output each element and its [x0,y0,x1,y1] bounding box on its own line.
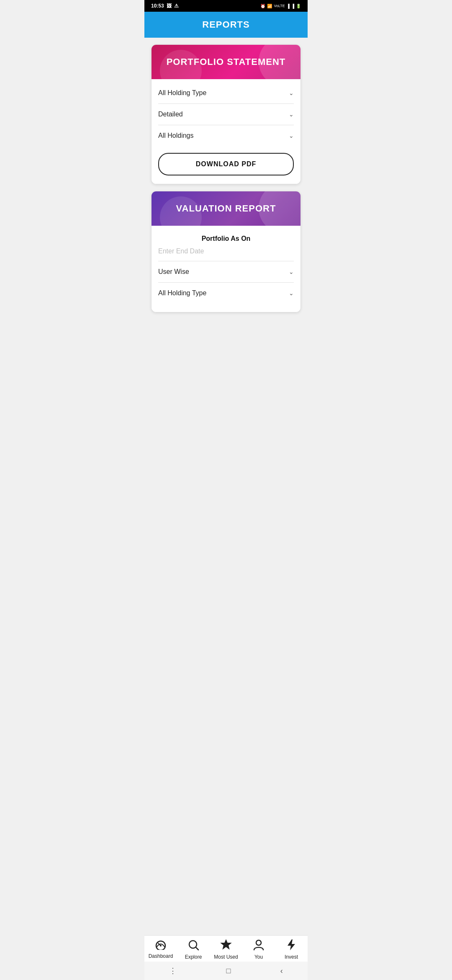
chevron-down-icon: ⌄ [289,290,294,297]
portfolio-card-header: PORTFOLIO STATEMENT [152,45,300,79]
main-content: PORTFOLIO STATEMENT All Holding Type ⌄ D… [144,38,308,353]
user-wise-dropdown[interactable]: User Wise ⌄ [158,261,294,283]
all-holdings-label: All Holdings [158,132,193,139]
valuation-holding-type-label: All Holding Type [158,289,206,297]
valuation-card-body: Portfolio As On Enter End Date User Wise… [152,226,300,312]
signal2-icon: ▐ [291,4,294,8]
holding-type-label: All Holding Type [158,89,206,97]
alarm-icon: ⏰ [260,4,265,8]
detailed-dropdown[interactable]: Detailed ⌄ [158,104,294,125]
chevron-down-icon: ⌄ [289,132,294,139]
status-right: ⏰ 📶 VoLTE ▐ ▐ 🔋 [260,4,301,8]
valuation-card-title: VALUATION REPORT [176,203,276,214]
chevron-down-icon: ⌄ [289,90,294,96]
portfolio-as-on-label: Portfolio As On [158,229,294,244]
page-title: REPORTS [202,19,249,30]
end-date-input[interactable]: Enter End Date [158,244,294,261]
user-wise-label: User Wise [158,268,189,276]
volte-icon: VoLTE [274,4,285,8]
valuation-holding-type-dropdown[interactable]: All Holding Type ⌄ [158,283,294,304]
alert-icon: ⚠ [174,3,179,9]
time-display: 10:53 [151,3,164,9]
all-holdings-dropdown[interactable]: All Holdings ⌄ [158,125,294,146]
status-left: 10:53 🖼 ⚠ [151,3,179,9]
valuation-card-header: VALUATION REPORT [152,191,300,226]
photo-icon: 🖼 [167,3,172,9]
portfolio-card-title: PORTFOLIO STATEMENT [167,57,286,67]
end-date-placeholder: Enter End Date [158,248,204,255]
chevron-down-icon: ⌄ [289,111,294,118]
battery-icon: 🔋 [296,4,301,8]
portfolio-statement-card: PORTFOLIO STATEMENT All Holding Type ⌄ D… [151,44,301,184]
chevron-down-icon: ⌄ [289,268,294,275]
detailed-label: Detailed [158,111,183,118]
valuation-report-card: VALUATION REPORT Portfolio As On Enter E… [151,191,301,312]
signal1-icon: ▐ [287,4,290,8]
page-header: REPORTS [144,12,308,38]
download-pdf-button[interactable]: DOWNLOAD PDF [158,153,294,175]
portfolio-card-body: All Holding Type ⌄ Detailed ⌄ All Holdin… [152,79,300,184]
holding-type-dropdown[interactable]: All Holding Type ⌄ [158,83,294,104]
wifi-icon: 📶 [267,4,272,8]
status-bar: 10:53 🖼 ⚠ ⏰ 📶 VoLTE ▐ ▐ 🔋 [144,0,308,12]
